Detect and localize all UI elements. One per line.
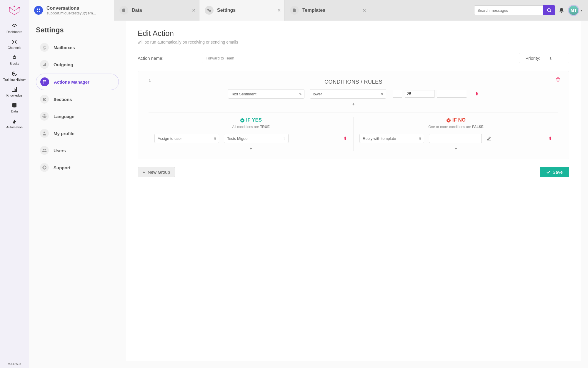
sidebar-item-my-profile[interactable]: My profile — [36, 125, 119, 141]
file-icon — [290, 6, 299, 15]
if-no-title: IF NO — [452, 117, 466, 123]
svg-point-2 — [19, 7, 20, 8]
if-yes-sub: All conditions are TRUE — [154, 125, 347, 129]
share-icon — [40, 60, 49, 69]
svg-point-11 — [547, 9, 550, 11]
settings-heading: Settings — [36, 26, 119, 34]
sidebar-item-support[interactable]: Support — [36, 160, 119, 175]
add-yes-action-button[interactable]: + — [154, 146, 347, 151]
svg-point-1 — [9, 7, 10, 8]
nav-blocks-label: Blocks — [10, 62, 19, 65]
condition-op-select[interactable]: lower — [310, 89, 386, 99]
sidebar-item-language[interactable]: Language — [36, 108, 119, 124]
nav-blocks[interactable]: Blocks — [10, 55, 19, 65]
svg-rect-4 — [37, 9, 38, 10]
condition-value-suffix[interactable] — [437, 90, 467, 98]
nav-automation[interactable]: Automation — [6, 118, 23, 129]
search-input[interactable] — [474, 5, 543, 15]
condition-value-prefix[interactable] — [393, 90, 402, 98]
add-condition-button[interactable]: + — [149, 102, 558, 107]
tab-templates-title: Templates — [302, 8, 325, 13]
chevron-down-icon[interactable]: ▼ — [580, 9, 583, 12]
rule-group: 1 CONDITIONS / RULES Text Sentiment lowe… — [138, 71, 569, 159]
search-box — [474, 5, 555, 15]
svg-point-21 — [45, 149, 46, 150]
svg-point-22 — [43, 166, 46, 169]
tab-settings-title: Settings — [217, 8, 236, 13]
condition-field-select[interactable]: Text Sentiment — [228, 89, 304, 99]
database-icon — [119, 6, 128, 15]
nav-dashboard[interactable]: Dashboard — [6, 23, 22, 34]
sidebar-item-actions-manager[interactable]: Actions Manager — [36, 74, 119, 90]
nav-training-history[interactable]: Training History — [3, 71, 26, 81]
svg-point-12 — [43, 80, 44, 81]
group-number: 1 — [149, 78, 151, 83]
tab-conversations-sub: support.migueltestsyu@em... — [46, 11, 96, 15]
grid-icon — [34, 6, 43, 15]
conditions-title: CONDITIONS / RULES — [149, 79, 558, 85]
logo[interactable] — [8, 5, 21, 17]
sidebar-item-outgoing[interactable]: Outgoing — [36, 57, 119, 72]
svg-point-16 — [43, 83, 44, 84]
priority-label: Priority: — [525, 56, 540, 61]
users-icon — [40, 146, 49, 155]
search-button[interactable] — [543, 5, 555, 15]
delete-no-action-button[interactable] — [548, 136, 552, 140]
gears-icon — [205, 6, 214, 15]
user-icon — [40, 129, 49, 138]
new-group-button[interactable]: + New Group — [138, 167, 175, 177]
svg-point-23 — [44, 167, 45, 168]
version-label: v0.425.0 — [8, 362, 21, 366]
nav-channels[interactable]: Channels — [8, 39, 21, 49]
sidebar-item-users[interactable]: Users — [36, 142, 119, 158]
delete-condition-button[interactable] — [475, 92, 479, 96]
delete-group-button[interactable] — [555, 77, 561, 82]
page-subtitle: will be run automatically on receiving o… — [138, 40, 569, 44]
svg-rect-6 — [37, 11, 38, 12]
close-icon[interactable]: ✕ — [192, 8, 196, 13]
nav-knowledge-label: Knowledge — [6, 94, 22, 97]
tab-settings[interactable]: Settings ✕ — [199, 0, 285, 21]
avatar[interactable]: MT — [568, 5, 579, 16]
nav-data-label: Data — [11, 110, 18, 113]
svg-point-20 — [43, 149, 44, 150]
close-icon[interactable]: ✕ — [277, 8, 281, 13]
tab-data-title: Data — [132, 8, 142, 13]
sidebar-item-sections[interactable]: Sections — [36, 91, 119, 107]
yes-target-select[interactable]: Tests Miguel — [224, 134, 289, 143]
nav-data[interactable]: Data — [11, 102, 18, 113]
close-icon[interactable]: ✕ — [362, 8, 366, 13]
bell-icon[interactable] — [559, 7, 564, 13]
if-no-sub: One or more conditions are FALSE — [359, 125, 552, 129]
no-template-input[interactable] — [429, 134, 482, 143]
at-icon: @ — [40, 43, 49, 52]
delete-yes-action-button[interactable] — [343, 136, 347, 140]
yes-action-select[interactable]: Assign to user — [154, 134, 219, 143]
svg-point-0 — [14, 6, 15, 7]
globe-icon — [40, 112, 49, 121]
svg-point-19 — [44, 132, 45, 133]
nav-knowledge[interactable]: Knowledge — [6, 87, 22, 97]
nav-channels-label: Channels — [8, 46, 21, 49]
edit-template-button[interactable] — [487, 136, 491, 141]
condition-value-input[interactable] — [405, 90, 434, 98]
priority-input[interactable] — [546, 53, 569, 63]
svg-rect-7 — [39, 11, 40, 12]
svg-point-9 — [207, 9, 209, 11]
action-name-label: Action name: — [138, 56, 196, 61]
action-name-input[interactable] — [202, 53, 520, 63]
tab-templates[interactable]: Templates ✕ — [285, 0, 370, 21]
svg-point-14 — [43, 82, 44, 82]
save-button[interactable]: Save — [540, 167, 569, 177]
sidebar-item-mailboxes[interactable]: @ Mailboxes — [36, 39, 119, 55]
if-yes-title: IF YES — [246, 117, 262, 123]
list-icon — [40, 77, 49, 86]
no-action-select[interactable]: Reply with template — [359, 134, 424, 143]
nav-training-label: Training History — [3, 78, 26, 81]
tab-data[interactable]: Data ✕ — [114, 0, 199, 21]
svg-point-10 — [209, 10, 211, 12]
svg-rect-15 — [44, 82, 46, 82]
add-no-action-button[interactable]: + — [359, 146, 552, 151]
lifebuoy-icon — [40, 163, 49, 172]
tab-conversations[interactable]: Conversations support.migueltestsyu@em..… — [29, 0, 114, 21]
